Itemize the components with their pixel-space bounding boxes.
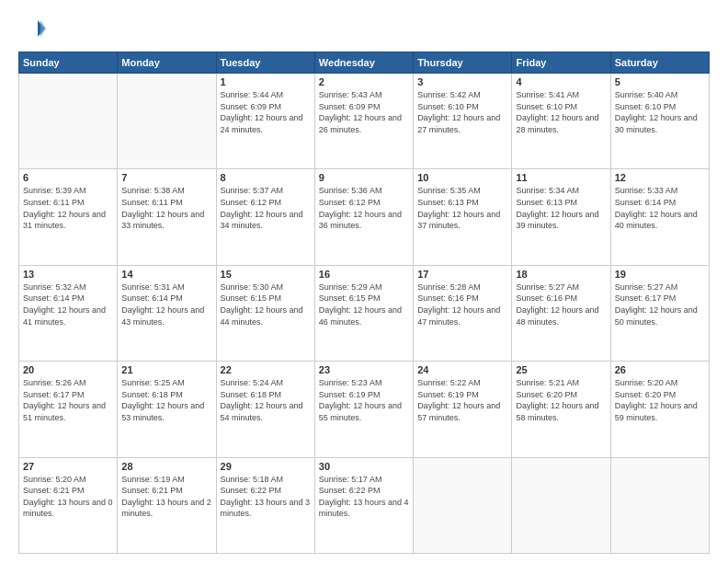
calendar-cell: 28 Sunrise: 5:19 AMSunset: 6:21 PMDaylig… xyxy=(118,457,216,553)
day-number: 23 xyxy=(319,364,409,375)
calendar-cell: 22 Sunrise: 5:24 AMSunset: 6:18 PMDaylig… xyxy=(216,362,314,457)
calendar-cell: 13 Sunrise: 5:32 AMSunset: 6:14 PMDaylig… xyxy=(19,265,118,361)
calendar-week-row: 6 Sunrise: 5:39 AMSunset: 6:11 PMDayligh… xyxy=(19,169,710,265)
calendar-cell: 20 Sunrise: 5:26 AMSunset: 6:17 PMDaylig… xyxy=(19,362,118,457)
day-detail: Sunrise: 5:44 AMSunset: 6:09 PMDaylight:… xyxy=(221,90,303,134)
day-number: 26 xyxy=(615,364,705,375)
day-number: 15 xyxy=(221,269,311,280)
calendar-cell: 30 Sunrise: 5:17 AMSunset: 6:22 PMDaylig… xyxy=(314,457,413,553)
day-number: 10 xyxy=(417,172,507,183)
calendar-header-row: SundayMondayTuesdayWednesdayThursdayFrid… xyxy=(19,52,710,74)
day-number: 28 xyxy=(121,461,211,472)
calendar-cell: 15 Sunrise: 5:30 AMSunset: 6:15 PMDaylig… xyxy=(216,265,314,361)
day-number: 7 xyxy=(121,172,211,183)
calendar-cell: 3 Sunrise: 5:42 AMSunset: 6:10 PMDayligh… xyxy=(414,74,512,169)
calendar-weekday-friday: Friday xyxy=(512,52,610,74)
day-number: 14 xyxy=(121,269,211,280)
calendar-cell: 6 Sunrise: 5:39 AMSunset: 6:11 PMDayligh… xyxy=(19,169,118,265)
day-number: 4 xyxy=(516,76,606,87)
day-detail: Sunrise: 5:20 AMSunset: 6:20 PMDaylight:… xyxy=(615,378,698,422)
day-detail: Sunrise: 5:33 AMSunset: 6:14 PMDaylight:… xyxy=(615,186,698,230)
day-number: 30 xyxy=(319,461,409,472)
day-detail: Sunrise: 5:31 AMSunset: 6:14 PMDaylight:… xyxy=(121,282,204,327)
day-number: 19 xyxy=(615,269,705,280)
day-number: 27 xyxy=(23,461,113,472)
calendar-cell xyxy=(19,74,118,169)
calendar-cell xyxy=(610,457,709,553)
day-detail: Sunrise: 5:35 AMSunset: 6:13 PMDaylight:… xyxy=(417,186,500,230)
calendar-cell: 7 Sunrise: 5:38 AMSunset: 6:11 PMDayligh… xyxy=(118,169,216,265)
calendar-weekday-saturday: Saturday xyxy=(610,52,709,74)
calendar-weekday-wednesday: Wednesday xyxy=(314,52,413,74)
calendar-week-row: 27 Sunrise: 5:20 AMSunset: 6:21 PMDaylig… xyxy=(19,457,710,553)
logo xyxy=(18,15,50,42)
calendar-cell: 25 Sunrise: 5:21 AMSunset: 6:20 PMDaylig… xyxy=(512,362,610,457)
calendar-cell: 1 Sunrise: 5:44 AMSunset: 6:09 PMDayligh… xyxy=(216,74,314,169)
day-number: 6 xyxy=(23,172,113,183)
day-detail: Sunrise: 5:36 AMSunset: 6:12 PMDaylight:… xyxy=(319,186,402,230)
svg-marker-1 xyxy=(40,20,46,37)
day-number: 20 xyxy=(23,364,113,375)
header xyxy=(18,15,710,42)
day-number: 24 xyxy=(417,364,507,375)
calendar-cell: 16 Sunrise: 5:29 AMSunset: 6:15 PMDaylig… xyxy=(314,265,413,361)
calendar-cell: 18 Sunrise: 5:27 AMSunset: 6:16 PMDaylig… xyxy=(512,265,610,361)
calendar-weekday-thursday: Thursday xyxy=(414,52,512,74)
day-number: 1 xyxy=(221,76,311,87)
day-detail: Sunrise: 5:26 AMSunset: 6:17 PMDaylight:… xyxy=(23,378,106,422)
day-number: 29 xyxy=(221,461,311,472)
day-detail: Sunrise: 5:18 AMSunset: 6:22 PMDaylight:… xyxy=(221,475,311,519)
calendar-weekday-sunday: Sunday xyxy=(19,52,118,74)
day-number: 5 xyxy=(615,76,705,87)
day-detail: Sunrise: 5:41 AMSunset: 6:10 PMDaylight:… xyxy=(516,90,598,134)
calendar-week-row: 13 Sunrise: 5:32 AMSunset: 6:14 PMDaylig… xyxy=(19,265,710,361)
day-number: 17 xyxy=(417,269,507,280)
calendar-cell: 21 Sunrise: 5:25 AMSunset: 6:18 PMDaylig… xyxy=(118,362,216,457)
calendar-weekday-tuesday: Tuesday xyxy=(216,52,314,74)
day-number: 3 xyxy=(417,76,507,87)
day-detail: Sunrise: 5:21 AMSunset: 6:20 PMDaylight:… xyxy=(516,378,598,422)
day-detail: Sunrise: 5:27 AMSunset: 6:17 PMDaylight:… xyxy=(615,282,698,327)
day-detail: Sunrise: 5:34 AMSunset: 6:13 PMDaylight:… xyxy=(516,186,598,230)
day-detail: Sunrise: 5:23 AMSunset: 6:19 PMDaylight:… xyxy=(319,378,402,422)
day-detail: Sunrise: 5:17 AMSunset: 6:22 PMDaylight:… xyxy=(319,475,409,519)
calendar-cell xyxy=(414,457,512,553)
calendar-cell: 14 Sunrise: 5:31 AMSunset: 6:14 PMDaylig… xyxy=(118,265,216,361)
day-detail: Sunrise: 5:38 AMSunset: 6:11 PMDaylight:… xyxy=(121,186,204,230)
calendar-cell: 27 Sunrise: 5:20 AMSunset: 6:21 PMDaylig… xyxy=(19,457,118,553)
day-detail: Sunrise: 5:30 AMSunset: 6:15 PMDaylight:… xyxy=(221,282,303,327)
calendar-week-row: 1 Sunrise: 5:44 AMSunset: 6:09 PMDayligh… xyxy=(19,74,710,169)
calendar-cell: 19 Sunrise: 5:27 AMSunset: 6:17 PMDaylig… xyxy=(610,265,709,361)
day-detail: Sunrise: 5:40 AMSunset: 6:10 PMDaylight:… xyxy=(615,90,698,134)
day-number: 25 xyxy=(516,364,606,375)
calendar-cell: 17 Sunrise: 5:28 AMSunset: 6:16 PMDaylig… xyxy=(414,265,512,361)
day-detail: Sunrise: 5:25 AMSunset: 6:18 PMDaylight:… xyxy=(121,378,204,422)
day-detail: Sunrise: 5:22 AMSunset: 6:19 PMDaylight:… xyxy=(417,378,500,422)
day-detail: Sunrise: 5:37 AMSunset: 6:12 PMDaylight:… xyxy=(221,186,303,230)
day-detail: Sunrise: 5:32 AMSunset: 6:14 PMDaylight:… xyxy=(23,282,106,327)
calendar-cell xyxy=(512,457,610,553)
calendar-cell: 5 Sunrise: 5:40 AMSunset: 6:10 PMDayligh… xyxy=(610,74,709,169)
calendar-week-row: 20 Sunrise: 5:26 AMSunset: 6:17 PMDaylig… xyxy=(19,362,710,457)
calendar-cell: 26 Sunrise: 5:20 AMSunset: 6:20 PMDaylig… xyxy=(610,362,709,457)
calendar-cell: 4 Sunrise: 5:41 AMSunset: 6:10 PMDayligh… xyxy=(512,74,610,169)
calendar-table: SundayMondayTuesdayWednesdayThursdayFrid… xyxy=(18,52,710,554)
day-detail: Sunrise: 5:39 AMSunset: 6:11 PMDaylight:… xyxy=(23,186,106,230)
day-detail: Sunrise: 5:29 AMSunset: 6:15 PMDaylight:… xyxy=(319,282,402,327)
day-detail: Sunrise: 5:28 AMSunset: 6:16 PMDaylight:… xyxy=(417,282,500,327)
day-number: 2 xyxy=(319,76,409,87)
day-number: 8 xyxy=(221,172,311,183)
calendar-cell xyxy=(118,74,216,169)
calendar-cell: 11 Sunrise: 5:34 AMSunset: 6:13 PMDaylig… xyxy=(512,169,610,265)
calendar-cell: 12 Sunrise: 5:33 AMSunset: 6:14 PMDaylig… xyxy=(610,169,709,265)
day-number: 9 xyxy=(319,172,409,183)
day-detail: Sunrise: 5:42 AMSunset: 6:10 PMDaylight:… xyxy=(417,90,500,134)
day-number: 22 xyxy=(221,364,311,375)
logo-icon xyxy=(18,15,46,42)
calendar-cell: 10 Sunrise: 5:35 AMSunset: 6:13 PMDaylig… xyxy=(414,169,512,265)
calendar-cell: 29 Sunrise: 5:18 AMSunset: 6:22 PMDaylig… xyxy=(216,457,314,553)
day-detail: Sunrise: 5:20 AMSunset: 6:21 PMDaylight:… xyxy=(23,475,113,519)
calendar-cell: 24 Sunrise: 5:22 AMSunset: 6:19 PMDaylig… xyxy=(414,362,512,457)
day-number: 21 xyxy=(121,364,211,375)
calendar-cell: 9 Sunrise: 5:36 AMSunset: 6:12 PMDayligh… xyxy=(314,169,413,265)
